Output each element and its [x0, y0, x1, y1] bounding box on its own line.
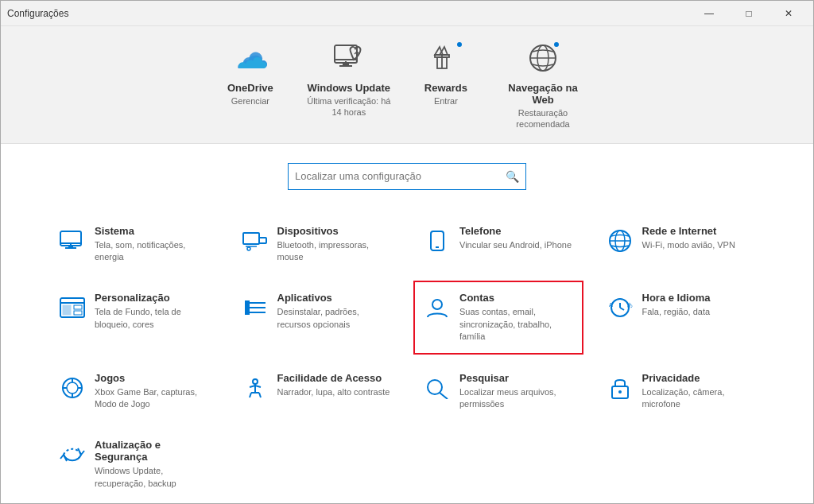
telefone-title: Telefone [459, 225, 572, 237]
settings-item-dispositivos[interactable]: Dispositivos Bluetooth, impressoras, mou… [231, 214, 401, 275]
svg-rect-17 [259, 238, 266, 243]
personalizacao-icon [58, 293, 87, 322]
banner-item-rewards[interactable]: Rewards Entrar [424, 39, 467, 130]
jogos-subtitle: Xbox Game Bar, capturas, Modo de Jogo [95, 386, 209, 411]
settings-item-acesso[interactable]: Facilidade de Acesso Narrador, lupa, alt… [231, 361, 401, 422]
contas-subtitle: Suas contas, email, sincronização, traba… [459, 306, 574, 343]
close-button[interactable]: ✕ [770, 1, 807, 26]
search-section: 🔍 [1, 144, 813, 206]
svg-line-51 [440, 393, 448, 399]
telefone-icon [423, 227, 452, 255]
settings-item-pesquisar[interactable]: Pesquisar Localizar meus arquivos, permi… [413, 361, 583, 422]
banner-item-windows-update[interactable]: Windows Update Última verificação: há 14… [305, 39, 393, 130]
settings-item-telefone[interactable]: Telefone Vincular seu Android, iPhone [413, 214, 583, 275]
onedrive-title: OneDrive [227, 82, 273, 94]
top-banner: OneDrive Gerenciar Windows Update Última… [1, 26, 813, 144]
banner-item-onedrive[interactable]: OneDrive Gerenciar [227, 39, 273, 130]
search-box[interactable]: 🔍 [288, 163, 526, 190]
windows-update-icon [330, 39, 368, 77]
rewards-title: Rewards [424, 82, 467, 94]
svg-point-53 [618, 390, 622, 394]
svg-rect-28 [74, 305, 82, 309]
privacidade-icon [606, 374, 634, 402]
settings-item-aplicativos[interactable]: Aplicativos Desinstalar, padrões, recurs… [231, 281, 401, 354]
svg-rect-35 [245, 310, 250, 315]
pesquisar-icon [423, 374, 452, 402]
navegacao-badge [552, 41, 560, 48]
contas-icon [423, 293, 452, 322]
app-title: Configurações [7, 8, 68, 19]
settings-item-personalizacao[interactable]: Personalização Tela de Fundo, tela de bl… [48, 281, 219, 354]
aplicativos-icon [241, 293, 269, 322]
acesso-icon [241, 374, 269, 402]
pesquisar-title: Pesquisar [459, 372, 574, 384]
settings-item-rede[interactable]: Rede e Internet Wi-Fi, modo avião, VPN [596, 214, 766, 275]
search-input[interactable] [295, 170, 506, 182]
hora-icon: Aあ [606, 293, 634, 322]
navegacao-title: Navegação na Web [499, 82, 587, 106]
maximize-button[interactable]: □ [731, 1, 767, 26]
svg-text:あ: あ [627, 302, 633, 308]
acesso-title: Facilidade de Acesso [277, 372, 390, 384]
settings-item-hora[interactable]: Aあ Hora e Idioma Fala, região, data [596, 281, 766, 354]
atualizacao-title: Atualização e Segurança [95, 439, 209, 463]
dispositivos-subtitle: Bluetooth, impressoras, mouse [277, 239, 392, 264]
rede-title: Rede e Internet [642, 225, 735, 237]
settings-grid: Sistema Tela, som, notificações, energia… [48, 214, 766, 502]
svg-line-49 [259, 393, 261, 397]
svg-rect-16 [243, 233, 259, 244]
aplicativos-title: Aplicativos [277, 292, 392, 304]
acesso-subtitle: Narrador, lupa, alto contraste [277, 386, 390, 398]
sistema-title: Sistema [95, 225, 209, 237]
svg-rect-34 [245, 305, 250, 310]
svg-rect-27 [63, 305, 71, 315]
rewards-sub: Entrar [434, 95, 458, 107]
svg-text:A: A [609, 302, 613, 308]
hora-subtitle: Fala, região, data [642, 306, 711, 318]
sistema-subtitle: Tela, som, notificações, energia [95, 239, 209, 264]
banner-item-navegacao[interactable]: Navegação na Web Restauração recomendada [499, 39, 587, 130]
contas-title: Contas [459, 292, 574, 304]
titlebar: Configurações — □ ✕ [1, 1, 813, 26]
atualizacao-icon [58, 440, 87, 469]
main-content: Sistema Tela, som, notificações, energia… [1, 206, 813, 504]
search-icon: 🔍 [506, 170, 519, 183]
onedrive-sub: Gerenciar [231, 95, 269, 107]
personalizacao-subtitle: Tela de Fundo, tela de bloqueio, cores [95, 306, 209, 331]
rewards-badge [455, 41, 463, 48]
navegacao-icon [524, 39, 562, 77]
rewards-icon [427, 39, 465, 77]
rede-icon [606, 227, 634, 255]
svg-point-36 [432, 300, 442, 309]
jogos-icon [58, 374, 87, 402]
aplicativos-subtitle: Desinstalar, padrões, recursos opcionais [277, 306, 392, 331]
svg-point-50 [428, 380, 442, 394]
windows-update-sub: Última verificação: há 14 horas [305, 95, 393, 118]
settings-item-privacidade[interactable]: Privacidade Localização, câmera, microfo… [596, 361, 766, 422]
settings-item-atualizacao[interactable]: Atualização e Segurança Windows Update, … [48, 428, 219, 501]
windows-update-title: Windows Update [307, 82, 390, 94]
settings-item-jogos[interactable]: Jogos Xbox Game Bar, capturas, Modo de J… [48, 361, 219, 422]
svg-point-43 [67, 382, 78, 394]
settings-item-contas[interactable]: Contas Suas contas, email, sincronização… [413, 281, 583, 354]
onedrive-icon [231, 39, 269, 77]
sistema-icon [58, 227, 87, 255]
minimize-button[interactable]: — [691, 1, 727, 26]
rede-subtitle: Wi-Fi, modo avião, VPN [642, 239, 735, 251]
svg-point-19 [247, 247, 250, 250]
svg-line-39 [620, 308, 624, 310]
svg-point-44 [253, 379, 258, 384]
personalizacao-title: Personalização [95, 292, 209, 304]
jogos-title: Jogos [95, 372, 209, 384]
svg-line-48 [250, 393, 251, 397]
settings-item-sistema[interactable]: Sistema Tela, som, notificações, energia [48, 214, 219, 275]
navegacao-sub: Restauração recomendada [499, 107, 587, 130]
telefone-subtitle: Vincular seu Android, iPhone [459, 239, 572, 251]
privacidade-subtitle: Localização, câmera, microfone [642, 386, 757, 411]
dispositivos-title: Dispositivos [277, 225, 392, 237]
svg-rect-29 [74, 311, 82, 315]
svg-rect-33 [245, 300, 250, 305]
dispositivos-icon [241, 227, 269, 255]
hora-title: Hora e Idioma [642, 292, 711, 304]
atualizacao-subtitle: Windows Update, recuperação, backup [95, 465, 209, 490]
